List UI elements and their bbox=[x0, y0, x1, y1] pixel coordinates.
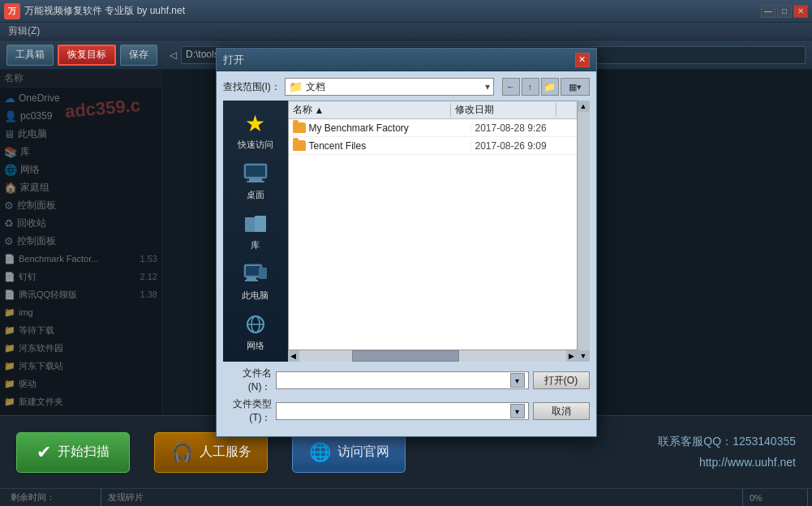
svg-rect-1 bbox=[249, 178, 262, 181]
file-row-name: My Benchmark Factory bbox=[289, 122, 471, 134]
nav-item-quick-access[interactable]: ★ 快速访问 bbox=[228, 107, 283, 154]
nav-quick-access-label: 快速访问 bbox=[238, 139, 273, 151]
nav-item-network[interactable]: 网络 bbox=[228, 308, 283, 355]
app-window: 万 万能视频修复软件 专业版 by uuhf.net — □ ✕ 剪辑(Z) 工… bbox=[0, 0, 812, 506]
manual-service-button[interactable]: 🎧 人工服务 bbox=[154, 432, 268, 473]
percent-segment: 0% bbox=[743, 489, 808, 506]
v-scrollbar[interactable]: ▲ ▼ bbox=[578, 101, 590, 362]
menu-bar: 剪辑(Z) bbox=[0, 23, 812, 41]
new-folder-icon: 📁 bbox=[543, 81, 556, 92]
nav-network-label: 网络 bbox=[247, 340, 264, 352]
dialog-title: 打开 bbox=[223, 53, 244, 67]
nav-library-label: 库 bbox=[251, 239, 260, 251]
col-date: 修改日期 bbox=[451, 103, 556, 117]
scan-button[interactable]: ✔ 开始扫描 bbox=[16, 432, 130, 473]
minimize-button[interactable]: — bbox=[761, 5, 775, 18]
svg-rect-2 bbox=[247, 181, 264, 182]
network-nav-icon bbox=[243, 313, 269, 336]
col-name: 名称 ▲ bbox=[289, 103, 451, 117]
open-button[interactable]: 打开(O) bbox=[533, 371, 590, 389]
file-row[interactable]: Tencent Files 2017-08-26 9:09 bbox=[289, 137, 577, 155]
h-scrollbar[interactable]: ◀ ▶ bbox=[288, 350, 578, 362]
combo-arrow-icon: ▾ bbox=[485, 81, 490, 92]
globe-icon: 🌐 bbox=[309, 442, 331, 463]
library-nav-icon bbox=[243, 212, 269, 235]
discover-fragment-segment: 发现碎片 bbox=[101, 489, 743, 506]
folder-combo-icon: 📁 bbox=[289, 80, 303, 93]
pc-nav-icon bbox=[243, 263, 269, 285]
new-folder-button[interactable]: 📁 bbox=[541, 78, 559, 96]
nav-pc-label: 此电脑 bbox=[242, 289, 269, 302]
qq-contact: 联系客服QQ：1253140355 bbox=[658, 431, 796, 452]
folder-icon bbox=[293, 122, 306, 133]
dialog-close-button[interactable]: ✕ bbox=[575, 53, 590, 67]
dialog-overlay: 打开 ✕ 查找范围(I)： 📁 文档 ▾ ← bbox=[0, 70, 812, 415]
filetype-row: 文件类型(T)： ▾ 取消 bbox=[223, 397, 590, 425]
title-bar: 万 万能视频修复软件 专业版 by uuhf.net — □ ✕ bbox=[0, 0, 812, 23]
location-combo[interactable]: 📁 文档 ▾ bbox=[285, 78, 494, 96]
dialog-left-nav: ★ 快速访问 bbox=[223, 101, 288, 362]
svg-rect-7 bbox=[246, 266, 260, 276]
menu-item-edit[interactable]: 剪辑(Z) bbox=[4, 23, 44, 40]
app-title: 万能视频修复软件 专业版 by uuhf.net bbox=[24, 4, 185, 18]
scroll-up-button[interactable]: ▲ bbox=[578, 101, 590, 112]
save-button[interactable]: 保存 bbox=[120, 45, 157, 66]
cancel-button[interactable]: 取消 bbox=[533, 402, 590, 420]
quick-access-icon: ★ bbox=[245, 110, 265, 137]
filetype-input[interactable] bbox=[280, 405, 511, 417]
visit-website-button[interactable]: 🌐 访问官网 bbox=[292, 432, 406, 473]
scroll-thumb bbox=[352, 350, 459, 362]
nav-desktop-label: 桌面 bbox=[247, 189, 264, 201]
filetype-combo[interactable]: ▾ bbox=[276, 402, 529, 420]
dialog-bottom: 文件名(N)： ▾ 打开(O) 文件类型(T)： ▾ bbox=[223, 362, 590, 430]
filetype-label: 文件类型(T)： bbox=[223, 397, 272, 425]
dialog-file-list: 名称 ▲ 修改日期 bbox=[288, 101, 578, 350]
contact-info: 联系客服QQ：1253140355 http://www.uuhf.net bbox=[658, 431, 796, 472]
dialog-body: 查找范围(I)： 📁 文档 ▾ ← ↑ 📁 bbox=[217, 71, 596, 436]
svg-rect-4 bbox=[245, 217, 256, 232]
maximize-button[interactable]: □ bbox=[777, 5, 792, 18]
svg-rect-3 bbox=[246, 165, 265, 177]
scroll-right-button[interactable]: ▶ bbox=[566, 350, 578, 362]
status-bar: 剩余时间： 发现碎片 0% bbox=[0, 488, 812, 506]
nav-item-pc[interactable]: 此电脑 bbox=[228, 258, 283, 305]
svg-rect-10 bbox=[259, 268, 267, 279]
scroll-left-button[interactable]: ◀ bbox=[288, 350, 299, 362]
website-url: http://www.uuhf.net bbox=[658, 452, 796, 473]
scroll-track bbox=[299, 350, 566, 362]
dialog-toolbar: ← ↑ 📁 ▦▾ bbox=[502, 78, 590, 96]
up-button[interactable]: ↑ bbox=[522, 78, 539, 96]
file-list-body: My Benchmark Factory 2017-08-28 9:26 Ten… bbox=[289, 119, 577, 349]
filetype-combo-arrow[interactable]: ▾ bbox=[510, 404, 524, 418]
nav-item-desktop[interactable]: 桌面 bbox=[228, 157, 283, 204]
view-icon: ▦▾ bbox=[569, 82, 582, 92]
restore-target-button[interactable]: 恢复目标 bbox=[58, 45, 116, 66]
desktop-nav-icon bbox=[243, 162, 269, 185]
app-icon: 万 bbox=[4, 3, 20, 19]
file-row[interactable]: My Benchmark Factory 2017-08-28 9:26 bbox=[289, 119, 577, 137]
view-button[interactable]: ▦▾ bbox=[561, 78, 590, 96]
file-row-name: Tencent Files bbox=[289, 140, 471, 152]
file-row-date: 2017-08-26 9:09 bbox=[471, 140, 577, 152]
path-prefix: ◁ bbox=[170, 49, 177, 61]
file-list-header: 名称 ▲ 修改日期 bbox=[289, 101, 577, 119]
filename-row: 文件名(N)： ▾ 打开(O) bbox=[223, 367, 590, 394]
filename-label: 文件名(N)： bbox=[223, 367, 272, 394]
folder-icon bbox=[293, 140, 306, 151]
back-button[interactable]: ← bbox=[502, 78, 520, 96]
main-content: 名称 ☁ OneDrive 👤 pc0359 🖥 此电脑 📚 库 bbox=[0, 70, 812, 415]
checkmark-icon: ✔ bbox=[37, 442, 51, 463]
nav-item-library[interactable]: 库 bbox=[228, 208, 283, 255]
open-file-dialog: 打开 ✕ 查找范围(I)： 📁 文档 ▾ ← bbox=[216, 48, 597, 437]
svg-rect-8 bbox=[247, 277, 256, 280]
tools-button[interactable]: 工具箱 bbox=[6, 45, 54, 66]
filename-input[interactable] bbox=[280, 375, 511, 386]
title-bar-left: 万 万能视频修复软件 专业版 by uuhf.net bbox=[4, 3, 185, 19]
dialog-title-bar: 打开 ✕ bbox=[217, 49, 596, 71]
dialog-search-row: 查找范围(I)： 📁 文档 ▾ ← ↑ 📁 bbox=[223, 78, 590, 96]
svg-rect-5 bbox=[255, 216, 266, 232]
scroll-down-button[interactable]: ▼ bbox=[578, 350, 590, 362]
headset-icon: 🎧 bbox=[171, 442, 193, 463]
close-button[interactable]: ✕ bbox=[793, 5, 808, 18]
filename-combo-arrow[interactable]: ▾ bbox=[510, 373, 524, 388]
